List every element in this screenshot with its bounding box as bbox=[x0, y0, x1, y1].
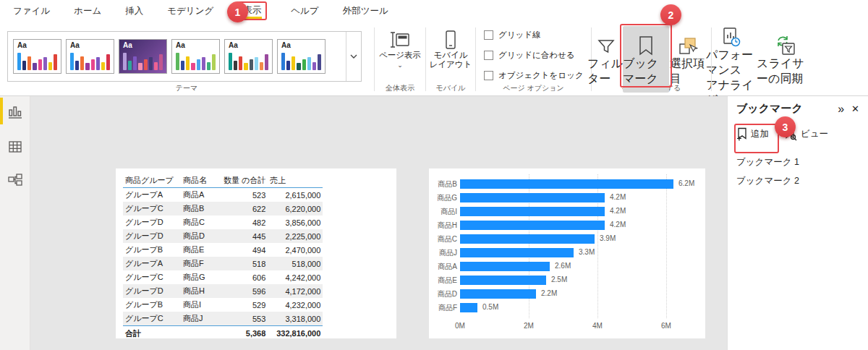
mobile-layout-button[interactable]: モバイル レイアウト bbox=[426, 29, 475, 69]
chart-plot-row: 2.5M bbox=[460, 273, 699, 287]
theme-thumbnail-2[interactable]: Aa bbox=[66, 39, 114, 74]
powerbi-desktop-window: ファイル ホーム 挿入 モデリング 表示 ヘルプ 外部ツール 1 AaAaAaA… bbox=[0, 0, 868, 350]
checkbox-box bbox=[484, 71, 493, 80]
chart-bar[interactable] bbox=[460, 262, 550, 271]
filter-pane-label: フィルター bbox=[587, 56, 625, 87]
ribbon-group-page-view: ページ表示 ⌄ 全体表示 bbox=[375, 22, 425, 96]
table-column-header[interactable]: 売上 bbox=[268, 173, 323, 188]
table-row[interactable]: グループC商品G6064,242,000 bbox=[123, 270, 323, 284]
selection-icon bbox=[678, 26, 698, 56]
chart-plot-row: 3.9M bbox=[460, 232, 699, 246]
page-view-button[interactable]: ページ表示 ⌄ bbox=[375, 29, 425, 69]
chart-plot-row: 3.3M bbox=[460, 246, 699, 260]
bookmark-list-item[interactable]: ブックマーク 2 bbox=[736, 171, 864, 190]
table-row[interactable]: グループD商品C4823,856,000 bbox=[123, 215, 323, 229]
table-column-header[interactable]: 商品名 bbox=[181, 173, 221, 188]
chart-data-label: 4.2M bbox=[610, 193, 626, 201]
chart-bar[interactable] bbox=[460, 234, 595, 244]
theme-thumbnail-4[interactable]: Aa bbox=[171, 39, 220, 74]
table-column-header[interactable]: 商品グループ bbox=[123, 173, 181, 188]
table-cell: 商品F bbox=[181, 257, 221, 270]
model-view-icon[interactable] bbox=[7, 172, 23, 188]
menu-item-external-tools[interactable]: 外部ツール bbox=[343, 5, 388, 17]
table-total-cell: 5,368 bbox=[221, 326, 268, 341]
data-view-icon[interactable] bbox=[7, 139, 23, 155]
menu-item-modeling[interactable]: モデリング bbox=[167, 5, 213, 17]
chart-bar[interactable] bbox=[460, 276, 546, 285]
chart-bar[interactable] bbox=[460, 289, 536, 299]
close-pane-icon[interactable]: ✕ bbox=[848, 103, 862, 114]
theme-thumbnail-3[interactable]: Aa bbox=[119, 39, 167, 74]
mobile-layout-icon bbox=[441, 29, 461, 51]
table-row[interactable]: グループD商品H5964,172,000 bbox=[123, 284, 323, 298]
table-cell: 445 bbox=[221, 229, 268, 243]
table-row[interactable]: グループC商品J5533,318,000 bbox=[123, 312, 323, 326]
menu-item-insert[interactable]: 挿入 bbox=[125, 5, 143, 17]
table-cell: グループC bbox=[123, 312, 181, 326]
theme-thumbnail-1[interactable]: Aa bbox=[13, 39, 61, 74]
filter-pane-button[interactable]: フィルター bbox=[587, 26, 625, 93]
bookmark-list-item[interactable]: ブックマーク 1 bbox=[736, 153, 864, 171]
table-row[interactable]: グループA商品A5232,615,000 bbox=[123, 188, 323, 202]
theme-thumbnail-5[interactable]: Aa bbox=[224, 39, 273, 74]
selected-view-indicator bbox=[0, 98, 3, 124]
chart-bar-row: 商品H4.2M bbox=[433, 218, 699, 232]
sync-slicers-button[interactable]: スライサーの同期 bbox=[757, 26, 814, 93]
menu-bar: ファイル ホーム 挿入 モデリング 表示 ヘルプ 外部ツール bbox=[0, 0, 868, 22]
chart-bar[interactable] bbox=[460, 303, 477, 312]
bookmarks-pane-button[interactable]: ブックマーク bbox=[623, 26, 669, 93]
table-cell: グループC bbox=[123, 202, 181, 215]
annotation-step-3-badge: 3 bbox=[775, 116, 796, 137]
table-cell: グループB bbox=[123, 243, 181, 257]
view-bookmarks-label: ビュー bbox=[801, 128, 828, 140]
table-cell: グループC bbox=[123, 270, 181, 284]
menu-item-file[interactable]: ファイル bbox=[13, 5, 50, 17]
table-row[interactable]: グループB商品I5294,232,000 bbox=[123, 298, 323, 312]
chart-x-axis-tick: 2M bbox=[524, 322, 534, 330]
bookmarks-pane-header: ブックマーク » ✕ bbox=[736, 102, 862, 116]
chart-category-label: 商品F bbox=[433, 303, 460, 313]
chart-data-label: 4.2M bbox=[610, 207, 626, 215]
table-cell: 553 bbox=[221, 312, 268, 326]
chart-category-label: 商品D bbox=[433, 289, 460, 299]
table-row[interactable]: グループA商品F518518,000 bbox=[123, 257, 323, 270]
table-row[interactable]: グループB商品E4942,470,000 bbox=[123, 243, 323, 257]
chart-x-axis-tick: 0M bbox=[455, 322, 465, 330]
filter-icon bbox=[597, 26, 616, 56]
collapse-pane-icon[interactable]: » bbox=[833, 103, 848, 116]
chart-bar[interactable] bbox=[460, 207, 605, 216]
chart-plot-row: 2.2M bbox=[460, 287, 699, 301]
report-view-icon[interactable] bbox=[7, 104, 23, 120]
checkbox-lock-objects[interactable]: オブジェクトをロック bbox=[484, 70, 584, 81]
table-row[interactable]: グループD商品D4452,225,000 bbox=[123, 229, 323, 243]
table-total-cell bbox=[181, 326, 221, 341]
theme-aa-label: Aa bbox=[123, 41, 132, 49]
checkbox-gridlines[interactable]: グリッド線 bbox=[484, 30, 541, 40]
table-cell: 529 bbox=[221, 298, 268, 312]
sync-slicers-icon bbox=[775, 26, 796, 56]
table-column-header[interactable]: 数量 の合計 bbox=[221, 173, 268, 188]
bar-chart-visual[interactable]: 0M2M4M6M 商品B6.2M商品G4.2M商品I4.2M商品H4.2M商品C… bbox=[429, 168, 705, 338]
checkbox-snap-to-grid[interactable]: グリッドに合わせる bbox=[484, 50, 575, 61]
theme-thumbnail-6[interactable]: Aa bbox=[277, 39, 326, 74]
chevron-down-icon bbox=[350, 54, 357, 59]
performance-analyzer-button[interactable]: パフォーマンス アナライザー bbox=[706, 26, 757, 93]
theme-gallery-expand-button[interactable] bbox=[346, 32, 361, 81]
theme-mini-bars bbox=[123, 51, 163, 70]
checkbox-box bbox=[484, 30, 493, 40]
menu-item-help[interactable]: ヘルプ bbox=[291, 5, 318, 17]
chart-bar[interactable] bbox=[460, 179, 673, 189]
chart-bar[interactable] bbox=[460, 193, 605, 202]
table-row[interactable]: グループC商品B6226,220,000 bbox=[123, 202, 323, 215]
table-cell: 商品G bbox=[181, 270, 221, 284]
table-visual[interactable]: 商品グループ商品名数量 の合計売上 グループA商品A5232,615,000グル… bbox=[116, 168, 396, 338]
add-bookmark-button[interactable]: 追加 bbox=[736, 127, 769, 141]
theme-mini-bars bbox=[281, 51, 321, 70]
menu-item-home[interactable]: ホーム bbox=[74, 5, 101, 17]
chart-bar[interactable] bbox=[460, 221, 605, 230]
selection-pane-button[interactable]: 選択項目 bbox=[670, 26, 706, 93]
theme-mini-bars bbox=[70, 51, 110, 70]
chart-bar[interactable] bbox=[460, 248, 574, 257]
chart-category-label: 商品J bbox=[433, 248, 460, 258]
mobile-layout-label-line1: モバイル bbox=[433, 51, 467, 60]
